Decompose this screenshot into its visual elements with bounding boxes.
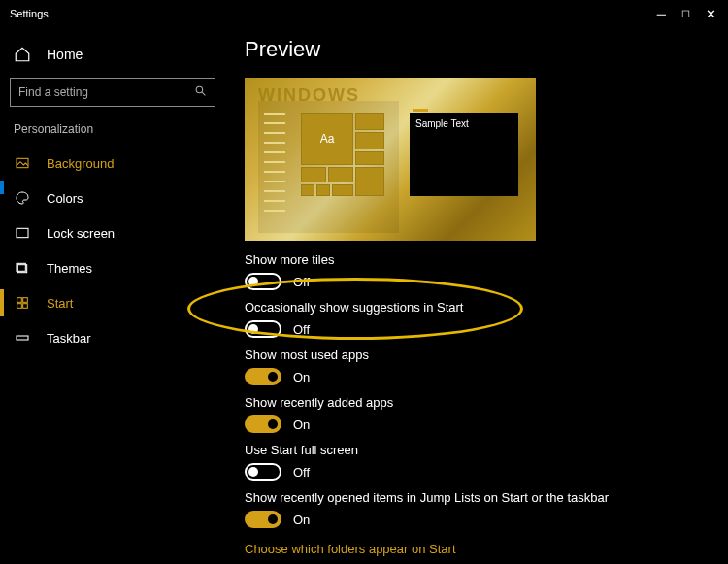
svg-rect-9 [23,304,28,309]
setting-label: Show recently opened items in Jump Lists… [245,490,709,505]
preview-window-text: Sample Text [410,113,518,135]
setting-label: Occasionally show suggestions in Start [245,300,709,315]
setting-jump-lists: Show recently opened items in Jump Lists… [245,490,709,528]
window-title: Settings [10,8,49,19]
preview-window: Sample Text [410,113,518,196]
sidebar-item-themes[interactable]: Themes [0,250,225,285]
sidebar-item-lockscreen[interactable]: Lock screen [0,216,225,250]
taskbar-icon [14,329,31,347]
sidebar-item-start[interactable]: Start [0,285,225,320]
setting-label: Show more tiles [245,252,709,267]
home-label: Home [47,47,83,62]
setting-show-more-tiles: Show more tiles Off [245,252,709,290]
toggle-state: On [293,513,310,527]
preview-start-list [264,113,285,219]
sidebar-item-background[interactable]: Background [0,146,225,181]
setting-most-used: Show most used apps On [245,348,709,385]
toggle-full-screen[interactable] [245,463,281,481]
themes-icon [14,259,31,277]
svg-rect-10 [17,336,28,340]
main-panel: Preview WINDOWS Aa Sample Text Show more… [225,27,728,564]
sidebar-item-label: Colors [47,191,83,206]
lockscreen-icon [14,224,31,242]
svg-rect-7 [23,298,28,303]
toggle-recently-added[interactable] [245,415,281,433]
palette-icon [14,189,31,207]
start-icon [14,294,31,312]
setting-label: Show most used apps [245,348,709,362]
sidebar-item-colors[interactable]: Colors [0,181,225,216]
sidebar-item-label: Themes [47,261,92,276]
svg-rect-8 [17,304,22,309]
search-icon [194,84,207,100]
toggle-state: On [293,417,310,432]
search-placeholder: Find a setting [18,85,88,99]
sidebar-item-label: Taskbar [47,331,91,346]
sidebar-item-label: Start [47,296,73,311]
svg-rect-3 [17,228,28,237]
sidebar-item-label: Background [47,156,114,171]
home-icon [14,46,31,63]
preview-tile-aa: Aa [301,113,353,165]
choose-folders-link[interactable]: Choose which folders appear on Start [245,542,456,556]
toggle-state: Off [293,465,310,480]
home-nav[interactable]: Home [0,35,225,74]
start-preview: WINDOWS Aa Sample Text [245,78,536,241]
setting-label: Show recently added apps [245,395,709,410]
setting-full-screen: Use Start full screen Off [245,443,709,481]
setting-recently-added: Show recently added apps On [245,395,709,433]
title-bar: Settings ─ ☐ ✕ [0,0,728,27]
toggle-jump-lists[interactable] [245,511,281,528]
sidebar-item-taskbar[interactable]: Taskbar [0,320,225,355]
toggle-show-more-tiles[interactable] [245,273,281,290]
setting-label: Use Start full screen [245,443,709,457]
close-button[interactable]: ✕ [706,7,716,21]
section-header: Personalization [0,120,225,146]
page-title: Preview [245,37,709,62]
sidebar: Home Find a setting Personalization Back… [0,27,225,564]
minimize-button[interactable]: ─ [657,7,666,21]
setting-suggestions: Occasionally show suggestions in Start O… [245,300,709,338]
svg-point-0 [196,86,203,93]
svg-line-1 [202,92,205,95]
toggle-most-used[interactable] [245,368,281,385]
picture-icon [14,154,31,172]
svg-rect-6 [17,298,22,303]
preview-start-menu: Aa [258,101,399,233]
toggle-state: Off [293,275,310,289]
toggle-state: On [293,370,310,384]
window-controls: ─ ☐ ✕ [657,7,728,21]
sidebar-item-label: Lock screen [47,226,115,241]
maximize-button[interactable]: ☐ [681,9,690,19]
toggle-state: Off [293,322,310,337]
toggle-suggestions[interactable] [245,320,281,338]
search-input[interactable]: Find a setting [10,78,215,107]
